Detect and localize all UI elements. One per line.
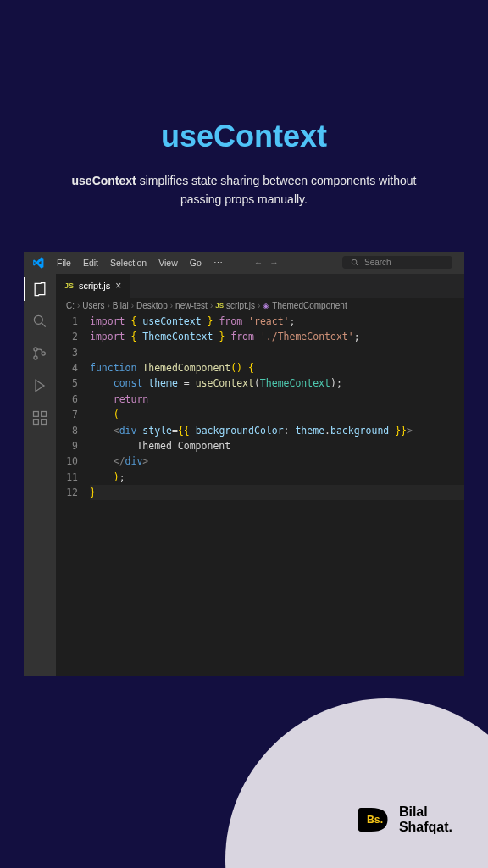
nav-back-icon[interactable]: ← [254, 258, 263, 268]
svg-line-3 [42, 323, 46, 326]
titlebar: File Edit Selection View Go ⋯ ← → Search [24, 252, 464, 274]
code-area[interactable]: 123456789101112 import { useContext } fr… [56, 314, 464, 676]
run-debug-icon[interactable] [31, 377, 48, 394]
page-title: useContext [0, 0, 488, 154]
js-file-icon: JS [64, 281, 74, 290]
svg-point-6 [42, 352, 45, 355]
subtitle-text: simplifies state sharing between compone… [136, 174, 417, 206]
tab-close-icon[interactable]: × [115, 280, 121, 292]
search-placeholder: Search [364, 258, 391, 267]
crumb[interactable]: Desktop [136, 301, 168, 310]
symbol-icon: ◈ [263, 301, 269, 310]
svg-rect-11 [42, 411, 47, 416]
brand-logo-icon: Bs. [355, 802, 391, 837]
menu-file[interactable]: File [51, 258, 77, 268]
crumb[interactable]: new-test [175, 301, 208, 310]
command-center-search[interactable]: Search [342, 256, 452, 269]
svg-rect-8 [34, 411, 39, 416]
line-gutter: 123456789101112 [56, 314, 90, 676]
menu-go[interactable]: Go [184, 258, 208, 268]
editor-tabs: JS script.js × [56, 274, 464, 298]
search-sidebar-icon[interactable] [31, 313, 48, 330]
search-icon [351, 259, 359, 267]
author-brand: Bs. Bilal Shafqat. [355, 802, 452, 837]
nav-forward-icon[interactable]: → [269, 258, 279, 268]
svg-point-0 [352, 259, 357, 264]
brand-name-1: Bilal [399, 804, 452, 820]
crumb[interactable]: C: [66, 301, 75, 310]
extensions-icon[interactable] [31, 409, 48, 426]
svg-rect-9 [34, 419, 39, 424]
footer-decoration [225, 698, 488, 868]
svg-text:Bs.: Bs. [367, 814, 383, 826]
svg-rect-10 [42, 419, 47, 424]
explorer-icon[interactable] [31, 281, 48, 298]
menu-view[interactable]: View [152, 258, 184, 268]
svg-point-4 [34, 348, 37, 351]
tab-filename: script.js [79, 281, 110, 291]
crumb[interactable]: Bilal [113, 301, 129, 310]
svg-marker-7 [36, 380, 44, 391]
vscode-logo-icon [32, 257, 44, 269]
brand-name-2: Shafqat. [399, 820, 452, 835]
code-lines[interactable]: import { useContext } from 'react'; impo… [90, 314, 464, 676]
js-file-icon: JS [215, 302, 224, 309]
vscode-editor: File Edit Selection View Go ⋯ ← → Search [24, 252, 464, 676]
crumb[interactable]: Users [82, 301, 104, 310]
page-subtitle: useContext simplifies state sharing betw… [0, 154, 488, 209]
breadcrumbs[interactable]: C:› Users› Bilal› Desktop› new-test› JS … [56, 298, 464, 314]
tab-scriptjs[interactable]: JS script.js × [56, 274, 130, 298]
menu-overflow-icon[interactable]: ⋯ [208, 258, 230, 268]
activity-bar [24, 274, 56, 676]
svg-line-1 [356, 264, 358, 266]
svg-point-5 [34, 356, 37, 359]
crumb-file[interactable]: script.js [226, 301, 255, 310]
crumb-symbol[interactable]: ThemedComponent [272, 301, 347, 310]
menu-selection[interactable]: Selection [104, 258, 152, 268]
source-control-icon[interactable] [31, 345, 48, 362]
svg-point-2 [34, 315, 42, 324]
menu-edit[interactable]: Edit [77, 258, 104, 268]
subtitle-emphasis: useContext [72, 174, 136, 187]
